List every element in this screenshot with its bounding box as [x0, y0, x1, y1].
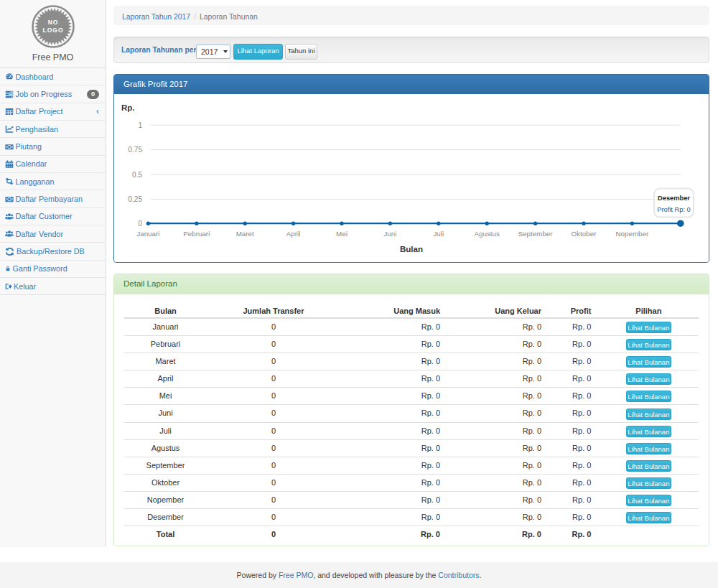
- svg-text:Desember: Desember: [658, 195, 690, 202]
- svg-text:Profit Rp: 0: Profit Rp: 0: [657, 206, 691, 213]
- svg-text:April: April: [286, 230, 301, 238]
- svg-text:Oktober: Oktober: [572, 230, 597, 238]
- svg-text:Agustus: Agustus: [474, 230, 500, 238]
- svg-text:NO: NO: [47, 19, 58, 26]
- svg-text:0.25: 0.25: [129, 195, 143, 203]
- svg-text:Juni: Juni: [383, 230, 396, 238]
- svg-text:0: 0: [138, 220, 142, 228]
- svg-text:1: 1: [138, 121, 142, 129]
- svg-text:Pebruari: Pebruari: [183, 230, 210, 238]
- svg-text:Maret: Maret: [236, 230, 254, 238]
- svg-text:LOGO: LOGO: [42, 27, 63, 34]
- svg-text:Mei: Mei: [336, 230, 348, 238]
- svg-text:Bulan: Bulan: [400, 245, 423, 253]
- svg-text:Juli: Juli: [433, 230, 444, 238]
- svg-text:Januari: Januari: [136, 230, 159, 238]
- svg-text:0.75: 0.75: [129, 146, 143, 154]
- svg-text:September: September: [518, 230, 554, 238]
- svg-text:Rp.: Rp.: [121, 103, 135, 112]
- svg-text:Nopember: Nopember: [616, 230, 649, 238]
- svg-text:0.5: 0.5: [132, 171, 142, 179]
